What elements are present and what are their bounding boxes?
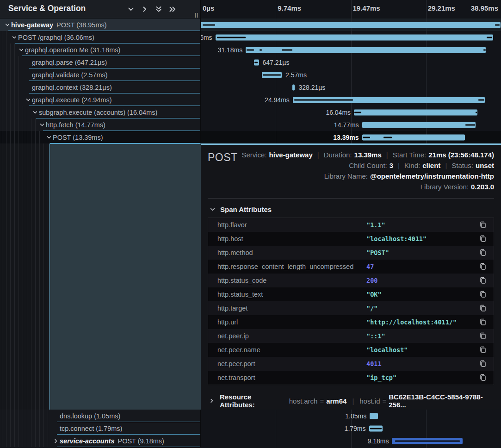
span-row[interactable]: service-accountsPOST (9.18ms)9.18ms [0, 435, 501, 447]
span-row-label[interactable]: hive-gatewayPOST (38.95ms) [0, 19, 201, 31]
child-span-mark [465, 124, 475, 125]
span-bar[interactable] [370, 413, 377, 419]
copy-icon[interactable] [479, 373, 487, 382]
chevron-right-icon [208, 398, 216, 404]
operation-name: POST /graphql (36.06ms) [18, 34, 94, 41]
copy-icon[interactable] [479, 304, 487, 312]
meta-label: Duration: [324, 151, 352, 159]
span-row[interactable]: tcp.connect (1.79ms)1.79ms [0, 422, 501, 435]
copy-icon[interactable] [479, 346, 487, 354]
meta-value: @opentelemetry/instrumentation-http [370, 172, 494, 180]
span-row[interactable]: graphql.parse (647.21µs)647.21µs [0, 56, 501, 68]
copy-icon[interactable] [479, 235, 487, 243]
span-rows-top: hive-gatewayPOST (38.95ms)POST /graphql … [0, 19, 501, 143]
resource-attributes-title: Resource Attributes: [220, 393, 285, 409]
operation-name: POST (38.95ms) [56, 21, 107, 29]
chevron-down-icon[interactable] [3, 22, 11, 28]
span-bar[interactable] [354, 109, 477, 115]
child-span-mark [254, 62, 258, 63]
chevron-spacer [52, 413, 60, 419]
copy-icon[interactable] [479, 276, 487, 285]
span-row-label[interactable]: graphql.validate (2.57ms) [0, 68, 201, 81]
span-row[interactable]: POST (13.39ms)13.39ms [0, 131, 501, 143]
attribute-value: 4011 [366, 360, 479, 367]
chevron-down-icon[interactable] [24, 97, 32, 103]
span-bar[interactable] [254, 59, 259, 65]
child-span-mark [354, 112, 361, 113]
equals-sign: = [382, 397, 386, 405]
service-name: hive-gateway [11, 21, 53, 29]
copy-icon[interactable] [479, 318, 487, 326]
span-row[interactable]: graphql.validate (2.57ms)2.57ms [0, 68, 501, 81]
child-span-mark [476, 112, 477, 113]
attribute-value: "/" [366, 305, 479, 312]
chevron-right-icon[interactable] [141, 6, 148, 13]
span-row-label[interactable]: dns.lookup (1.05ms) [0, 410, 201, 422]
attribute-row: http.status_code200 [208, 274, 494, 287]
double-chevron-down-icon[interactable] [155, 6, 162, 13]
indent-guides [2, 93, 23, 106]
service-operation-title: Service & Operation [8, 4, 86, 13]
span-bar[interactable] [292, 84, 295, 90]
span-row[interactable]: subgraph.execute (accounts) (16.04ms)16.… [0, 106, 501, 118]
span-row[interactable]: dns.lookup (1.05ms)1.05ms [0, 410, 501, 422]
span-bar[interactable] [201, 22, 501, 28]
meta-label: Status: [452, 162, 473, 169]
span-row-label[interactable]: graphql.context (328.21µs) [0, 81, 201, 93]
span-row[interactable]: hive-gatewayPOST (38.95ms) [0, 19, 501, 31]
meta-label: Library Name: [324, 172, 368, 180]
span-bar[interactable] [246, 47, 486, 53]
chevron-down-icon[interactable] [127, 6, 135, 13]
span-row[interactable]: http.fetch (14.77ms)14.77ms [0, 118, 501, 131]
meta-value: 0.203.0 [471, 183, 494, 191]
span-row-label[interactable]: graphql.execute (24.94ms) [0, 93, 201, 106]
span-row[interactable]: graphql.context (328.21µs)328.21µs [0, 81, 501, 93]
copy-icon[interactable] [479, 262, 487, 271]
resource-key: host.id [359, 397, 380, 405]
resource-attributes-row[interactable]: Resource Attributes:host.arch=arm64|host… [208, 393, 494, 409]
meta-separator: | [445, 162, 447, 169]
span-bar[interactable] [216, 34, 493, 40]
chevron-down-icon[interactable] [17, 47, 25, 53]
span-row-label[interactable]: tcp.connect (1.79ms) [0, 422, 201, 435]
child-span-mark [260, 49, 261, 50]
span-row-label[interactable]: graphql.parse (647.21µs) [0, 56, 201, 68]
span-row-label[interactable]: POST /graphql (36.06ms) [0, 31, 201, 44]
detail-meta: Service:hive-gateway|Duration:13.39ms|St… [238, 149, 494, 192]
span-bar[interactable] [362, 134, 465, 140]
span-row-label[interactable]: graphql.operation Me (31.18ms) [0, 44, 201, 56]
span-bar[interactable] [392, 438, 463, 444]
column-resizer-grip[interactable]: || [195, 12, 198, 18]
span-bar[interactable] [262, 72, 282, 78]
span-row-label[interactable]: http.fetch (14.77ms) [0, 118, 201, 131]
copy-icon[interactable] [479, 221, 487, 229]
copy-icon[interactable] [479, 249, 487, 257]
chevron-right-icon[interactable] [52, 438, 60, 444]
child-span-mark [282, 49, 292, 50]
span-row[interactable]: POST /graphql (36.06ms)36.06ms [0, 31, 501, 44]
span-attributes-header[interactable]: Span Attributes [209, 205, 494, 213]
span-row-label[interactable]: service-accountsPOST (9.18ms) [0, 435, 201, 447]
copy-icon[interactable] [479, 332, 487, 340]
span-row[interactable]: graphql.operation Me (31.18ms)31.18ms [0, 44, 501, 56]
chevron-spacer [24, 85, 32, 90]
indent-guides [2, 435, 50, 447]
chevron-down-icon[interactable] [38, 122, 46, 128]
span-bar[interactable] [369, 425, 383, 431]
chevron-down-icon[interactable] [10, 35, 18, 40]
double-chevron-right-icon[interactable] [169, 6, 176, 13]
meta-separator: | [398, 162, 400, 169]
chevron-down-icon[interactable] [31, 110, 39, 115]
attribute-value: "http://localhost:4011/" [366, 318, 479, 326]
span-row-label[interactable]: subgraph.execute (accounts) (16.04ms) [0, 106, 201, 118]
operation-name: POST (13.39ms) [53, 134, 103, 141]
span-row[interactable]: graphql.execute (24.94ms)24.94ms [0, 93, 501, 106]
span-row-label[interactable]: POST (13.39ms) [0, 131, 201, 143]
chevron-down-icon[interactable] [45, 135, 53, 140]
attribute-value: 47 [366, 263, 479, 270]
copy-icon[interactable] [479, 290, 487, 299]
copy-icon[interactable] [479, 360, 487, 368]
span-bar[interactable] [293, 97, 485, 103]
attribute-row: net.peer.port4011 [208, 357, 494, 371]
span-bar[interactable] [362, 122, 476, 128]
